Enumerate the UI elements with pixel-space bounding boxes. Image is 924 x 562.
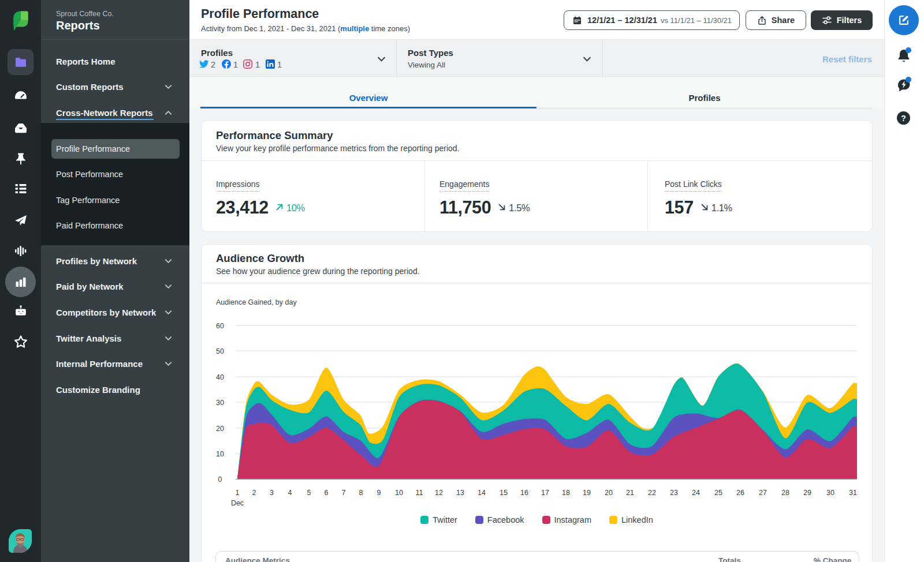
svg-text:20: 20 <box>605 489 613 497</box>
svg-text:10: 10 <box>216 450 224 458</box>
svg-text:24: 24 <box>692 489 700 497</box>
svg-text:0: 0 <box>218 475 222 484</box>
svg-text:40: 40 <box>216 373 224 381</box>
svg-text:5: 5 <box>307 489 311 497</box>
svg-text:14: 14 <box>478 489 486 497</box>
svg-text:22: 22 <box>648 489 656 497</box>
svg-text:15: 15 <box>500 489 508 497</box>
svg-text:6: 6 <box>325 489 329 497</box>
svg-text:31: 31 <box>849 489 857 497</box>
svg-text:25: 25 <box>714 489 722 497</box>
svg-text:26: 26 <box>736 489 744 497</box>
svg-text:27: 27 <box>759 489 767 497</box>
svg-text:30: 30 <box>216 399 224 407</box>
svg-text:10: 10 <box>395 489 403 497</box>
svg-text:20: 20 <box>216 425 224 433</box>
svg-text:29: 29 <box>803 489 811 497</box>
svg-text:8: 8 <box>359 489 363 497</box>
svg-text:2: 2 <box>252 489 256 497</box>
svg-text:Dec: Dec <box>231 499 244 507</box>
svg-text:11: 11 <box>416 489 423 497</box>
svg-text:12: 12 <box>435 489 443 497</box>
svg-text:1: 1 <box>236 489 240 497</box>
svg-text:16: 16 <box>520 489 528 497</box>
svg-text:4: 4 <box>288 489 292 497</box>
svg-text:30: 30 <box>826 489 834 497</box>
svg-text:17: 17 <box>541 489 549 497</box>
svg-text:50: 50 <box>216 347 224 355</box>
svg-text:3: 3 <box>270 489 274 497</box>
svg-text:19: 19 <box>583 489 591 497</box>
svg-text:60: 60 <box>216 322 224 330</box>
svg-text:9: 9 <box>377 489 381 497</box>
svg-text:21: 21 <box>626 489 634 497</box>
svg-text:18: 18 <box>562 489 570 497</box>
svg-text:23: 23 <box>670 489 678 497</box>
svg-text:13: 13 <box>456 489 464 497</box>
svg-text:7: 7 <box>342 489 346 497</box>
svg-text:28: 28 <box>781 489 789 497</box>
